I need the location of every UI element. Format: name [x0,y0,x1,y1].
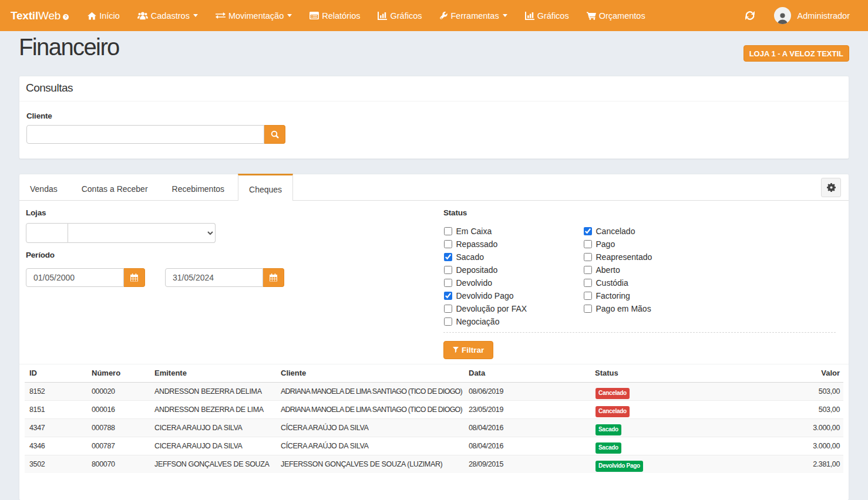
status-checkbox[interactable] [444,227,452,235]
nav-item-graficos-2[interactable]: Gráficos [516,0,578,31]
status-checkbox-label: Depositado [456,265,498,275]
table-row[interactable]: 8151000016ANDRESSON BEZERRA DE LIMAADRIA… [25,401,843,419]
status-option-cust-dia[interactable]: Custódia [583,276,652,289]
table-cell-valor: 503,00 [737,383,843,401]
col-header-cliente: Cliente [276,364,464,383]
status-option-repassado[interactable]: Repassado [443,238,583,251]
status-checkbox-label: Factoring [596,291,630,300]
table-cell-status: Cancelado [590,383,737,401]
status-checkbox[interactable] [584,279,592,287]
status-option-em-caixa[interactable]: Em Caixa [443,225,583,238]
table-row[interactable]: 8152000020ANDRESSON BEZERRA DELIMAADRIAN… [25,383,843,401]
status-option-reapresentado[interactable]: Reapresentado [583,251,652,263]
status-checkbox-label: Aberto [596,265,620,275]
status-checkbox[interactable] [444,266,452,274]
status-checkbox[interactable] [584,240,592,248]
filtrar-button[interactable]: Filtrar [443,341,493,359]
table-cell-status: Devolvido Pago [590,455,737,474]
table-cell: 8152 [25,383,87,401]
home-icon [88,12,96,20]
table-cell: 8151 [25,401,87,419]
status-checkbox[interactable] [444,317,452,326]
user-name: Administrador [798,11,850,21]
cliente-input[interactable] [26,125,264,144]
status-option-factoring[interactable]: Factoring [583,289,652,302]
cliente-search-button[interactable] [264,125,285,144]
loja-select[interactable] [68,223,216,243]
table-cell: 800070 [87,455,150,474]
status-option-depositado[interactable]: Depositado [443,263,583,276]
table-row[interactable]: 4347000788CICERA ARAUJO DA SILVACÍCERA A… [25,419,843,437]
status-option-negocia-o[interactable]: Negociação [443,315,583,328]
status-option-devolvido[interactable]: Devolvido [443,276,583,289]
tab-cheques[interactable]: Cheques [238,174,293,201]
tab-vendas[interactable]: Vendas [19,174,68,200]
status-checkbox-label: Devolvido [456,278,492,288]
status-checkbox[interactable] [444,240,452,248]
date-from-input[interactable] [26,268,124,287]
tab-recebimentos[interactable]: Recebimentos [162,174,235,200]
table-cell: 08/04/2016 [464,437,590,455]
status-option-aberto[interactable]: Aberto [583,263,652,276]
consultas-panel-body: Cliente [19,102,849,158]
status-checkbox[interactable] [444,253,452,261]
status-checkbox[interactable] [444,292,452,300]
status-option-devolvido-pago[interactable]: Devolvido Pago [443,289,583,302]
nav-item-inicio[interactable]: Início [79,0,129,31]
date-to-calendar-button[interactable] [263,268,284,287]
nav-item-graficos[interactable]: Gráficos [369,0,430,31]
settings-button[interactable] [821,178,841,197]
status-option-pago-em-m-os[interactable]: Pago em Mãos [583,302,652,315]
nav-item-relatorios[interactable]: Relatórios [301,0,369,31]
status-badge: Devolvido Pago [596,461,643,472]
store-button[interactable]: LOJA 1 - A VELOZ TEXTIL [743,45,849,62]
status-checkbox[interactable] [444,305,452,313]
status-checkbox[interactable] [584,266,592,274]
status-checkbox[interactable] [584,253,592,261]
table-cell: JEFFSON GONÇALVES DE SOUZA [150,455,276,474]
wrench-icon [439,12,448,20]
avatar [774,7,791,24]
status-badge: Sacado [596,442,621,454]
cheques-table: ID Número Emitente Cliente Data Status V… [25,364,843,473]
filter-left-column: Lojas Período [26,208,443,359]
table-cell-valor: 3.000,00 [737,419,843,437]
status-checkbox-label: Reapresentado [596,252,652,262]
table-cell: 08/04/2016 [464,419,590,437]
table-body: 8152000020ANDRESSON BEZERRA DELIMAADRIAN… [25,383,843,474]
table-row[interactable]: 4346000787CICERA ARAUJO DA SILVACÍCERA A… [25,437,843,455]
status-checkbox[interactable] [444,279,452,287]
brand-logo[interactable]: TextilWeb ? [11,9,69,22]
status-option-devolu-o-por-fax[interactable]: Devolução por FAX [443,302,583,315]
table-cell-valor: 503,00 [737,401,843,419]
table-cell-status: Sacado [590,437,737,455]
status-option-cancelado[interactable]: Cancelado [583,225,652,238]
nav-item-cadastros[interactable]: Cadastros [129,0,207,31]
date-to-input[interactable] [165,268,263,287]
caret-down-icon [503,14,507,17]
loja-code-input[interactable] [26,223,68,243]
search-icon [271,130,279,138]
status-badge: Sacado [596,424,621,435]
nav-item-movimentacao[interactable]: Movimentação [207,0,301,31]
status-option-pago[interactable]: Pago [583,238,652,251]
cheques-table-wrap: ID Número Emitente Cliente Data Status V… [19,364,849,485]
status-checkbox[interactable] [584,305,592,313]
user-menu[interactable]: Administrador [774,7,850,24]
tab-contas-a-receber[interactable]: Contas a Receber [71,174,159,200]
table-cell: CICERA ARAUJO DA SILVA [150,437,276,455]
refresh-icon[interactable] [739,11,761,20]
table-cell-valor: 2.381,00 [737,455,843,474]
nav-item-ferramentas[interactable]: Ferramentas [430,0,516,31]
col-header-valor: Valor [737,364,843,383]
nav-item-orcamentos[interactable]: Orçamentos [578,0,654,31]
help-question-circle-icon[interactable]: ? [63,14,69,20]
status-checkbox[interactable] [584,292,592,300]
status-option-sacado[interactable]: Sacado [443,251,583,263]
status-checkbox[interactable] [584,227,592,235]
status-checkbox-label: Em Caixa [456,227,492,236]
table-cell: 08/06/2019 [464,383,590,401]
table-row[interactable]: 3502800070JEFFSON GONÇALVES DE SOUZAJEFE… [25,455,843,474]
date-from-calendar-button[interactable] [124,268,145,287]
status-checkbox-label: Devolução por FAX [456,304,527,313]
